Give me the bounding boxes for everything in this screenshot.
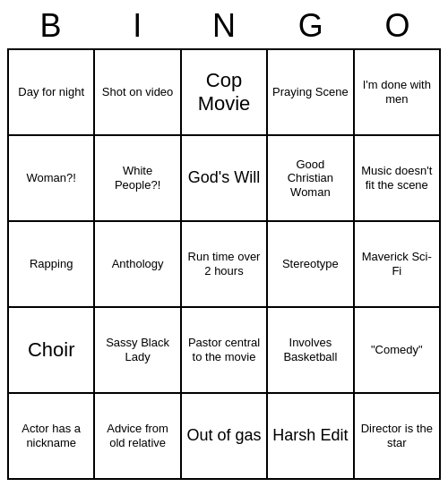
bingo-letter: O [358, 7, 437, 45]
bingo-cell: Run time over 2 hours [182, 222, 268, 308]
bingo-cell: Good Christian Woman [268, 136, 354, 222]
bingo-letter: I [98, 7, 177, 45]
bingo-cell: Maverick Sci-Fi [355, 222, 441, 308]
bingo-cell: Woman?! [9, 136, 95, 222]
bingo-letter: G [271, 7, 350, 45]
bingo-cell: Music doesn't fit the scene [355, 136, 441, 222]
bingo-grid: Day for nightShot on videoCop MoviePrayi… [7, 48, 441, 480]
bingo-cell: Praying Scene [268, 50, 354, 136]
bingo-cell: Involves Basketball [268, 308, 354, 394]
bingo-letter: N [185, 7, 263, 45]
bingo-cell: White People?! [95, 136, 181, 222]
bingo-cell: Choir [9, 308, 95, 394]
bingo-cell: Stereotype [268, 222, 354, 308]
bingo-cell: Cop Movie [182, 50, 268, 136]
bingo-cell: Out of gas [182, 394, 268, 480]
bingo-cell: Sassy Black Lady [95, 308, 181, 394]
bingo-title: BINGO [7, 7, 441, 45]
bingo-cell: Rapping [9, 222, 95, 308]
bingo-cell: Pastor central to the movie [182, 308, 268, 394]
bingo-cell: I'm done with men [355, 50, 441, 136]
bingo-cell: Actor has a nickname [9, 394, 95, 480]
bingo-cell: "Comedy" [355, 308, 441, 394]
bingo-cell: Day for night [9, 50, 95, 136]
bingo-cell: Anthology [95, 222, 181, 308]
bingo-cell: Advice from old relative [95, 394, 181, 480]
bingo-cell: God's Will [182, 136, 268, 222]
bingo-letter: B [11, 7, 90, 45]
bingo-cell: Shot on video [95, 50, 181, 136]
bingo-cell: Director is the star [355, 394, 441, 480]
bingo-cell: Harsh Edit [268, 394, 354, 480]
